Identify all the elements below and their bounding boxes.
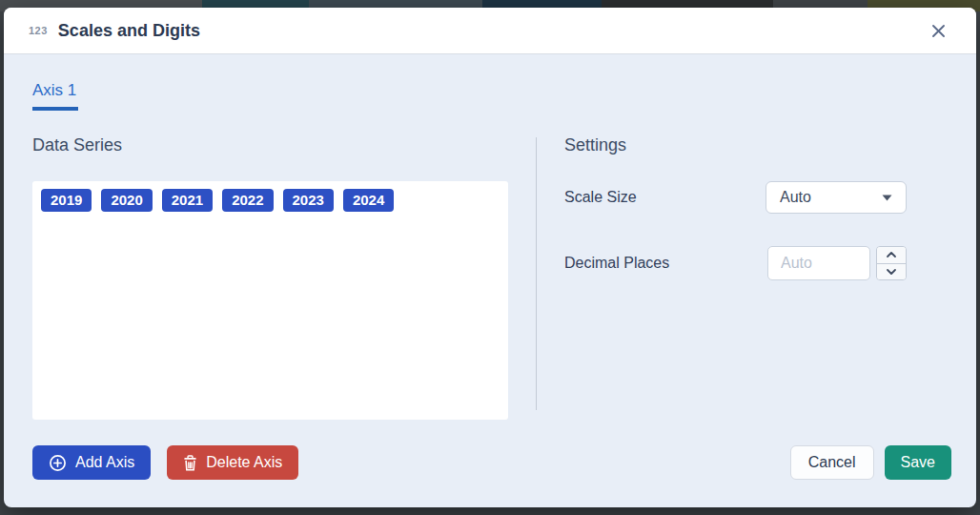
scales-and-digits-dialog: 123 Scales and Digits Axis 1 Data Series… bbox=[4, 8, 976, 507]
trash-icon bbox=[183, 455, 197, 471]
stepper-down-button[interactable] bbox=[877, 264, 906, 280]
dialog-columns: Data Series 201920202021202220232024 Set… bbox=[29, 135, 951, 420]
section-divider bbox=[536, 137, 537, 410]
dialog-footer: Add Axis Delete Axis Cancel Save bbox=[29, 445, 951, 480]
data-series-chip[interactable]: 2023 bbox=[283, 189, 334, 212]
data-series-panel[interactable]: 201920202021202220232024 bbox=[32, 181, 508, 420]
numeric-123-icon: 123 bbox=[29, 25, 48, 36]
scale-size-row: Scale Size Auto bbox=[564, 181, 907, 214]
data-series-chip[interactable]: 2024 bbox=[343, 189, 394, 212]
add-axis-label: Add Axis bbox=[75, 454, 134, 471]
tab-axis-1[interactable]: Axis 1 bbox=[32, 81, 78, 111]
data-series-section: Data Series 201920202021202220232024 bbox=[32, 135, 508, 420]
scale-size-label: Scale Size bbox=[564, 189, 637, 206]
chevron-down-icon bbox=[882, 195, 892, 201]
stepper-up-button[interactable] bbox=[877, 247, 906, 264]
cancel-button[interactable]: Cancel bbox=[790, 445, 874, 480]
dialog-title: Scales and Digits bbox=[58, 21, 200, 41]
delete-axis-button[interactable]: Delete Axis bbox=[167, 445, 298, 480]
data-series-chip[interactable]: 2020 bbox=[101, 189, 152, 212]
add-axis-button[interactable]: Add Axis bbox=[32, 445, 151, 480]
decimal-places-stepper bbox=[876, 246, 907, 280]
data-series-chip[interactable]: 2022 bbox=[222, 189, 273, 212]
scale-size-select[interactable]: Auto bbox=[766, 181, 907, 214]
settings-section: Settings Scale Size Auto bbox=[564, 135, 951, 420]
delete-axis-label: Delete Axis bbox=[206, 454, 282, 471]
data-series-chip[interactable]: 2021 bbox=[162, 189, 213, 212]
data-series-heading: Data Series bbox=[32, 135, 508, 155]
axis-tabs: Axis 1 bbox=[32, 81, 951, 111]
settings-heading: Settings bbox=[564, 135, 907, 155]
dialog-body: Axis 1 Data Series 201920202021202220232… bbox=[4, 54, 976, 507]
scale-size-control: Auto bbox=[766, 181, 907, 214]
data-series-chip[interactable]: 2019 bbox=[41, 189, 92, 212]
dialog-header: 123 Scales and Digits bbox=[4, 8, 976, 54]
decimal-places-input[interactable] bbox=[767, 246, 870, 280]
screen: 123 Scales and Digits Axis 1 Data Series… bbox=[0, 0, 980, 515]
scale-size-value: Auto bbox=[780, 189, 811, 206]
plus-circle-icon bbox=[49, 454, 67, 472]
decimal-places-control bbox=[767, 246, 907, 280]
close-icon[interactable] bbox=[925, 17, 951, 44]
decimal-places-label: Decimal Places bbox=[564, 255, 669, 272]
decimal-places-row: Decimal Places bbox=[564, 246, 907, 280]
save-button[interactable]: Save bbox=[885, 445, 951, 480]
